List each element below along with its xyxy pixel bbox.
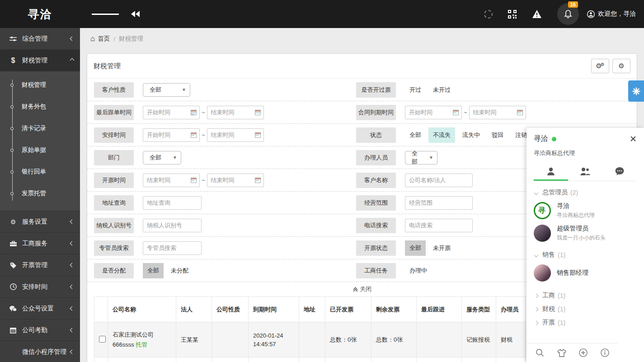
submenu-item-original-documents[interactable]: 原始单据 xyxy=(0,139,80,161)
supervisor-search-input[interactable] xyxy=(143,241,202,255)
chevron-left-icon xyxy=(70,263,75,268)
group-invoicing[interactable]: 开票 (1) xyxy=(534,316,637,329)
spinner-icon xyxy=(484,10,493,19)
invoice-start-date-input[interactable]: 结束时间 xyxy=(143,174,200,187)
app-logo[interactable]: 寻洽 xyxy=(0,7,80,22)
filter-label-taxpayer-id: 纳税人识别号 xyxy=(94,218,134,233)
customer-name-input[interactable] xyxy=(405,174,473,187)
sidebar-item-schedule[interactable]: 安排时间 xyxy=(0,276,80,298)
welcome-user[interactable]: 欢迎您，寻洽 xyxy=(587,10,636,18)
status-option-rejected[interactable]: 驳回 xyxy=(487,127,508,143)
option-invoiced-yes[interactable]: 开过 xyxy=(405,82,426,98)
online-status-dot xyxy=(552,137,556,141)
contract-start-date-input[interactable]: 开始时间 xyxy=(405,106,462,119)
taxpayer-id-input[interactable] xyxy=(143,219,202,232)
chevron-down-icon xyxy=(534,253,539,257)
status-option-not-lost[interactable]: 不流失 xyxy=(428,127,455,143)
business-scope-input[interactable] xyxy=(405,196,473,210)
status-option-all[interactable]: 全部 xyxy=(405,127,426,143)
invoice-status-option-not-invoiced[interactable]: 未开票 xyxy=(428,240,455,256)
submenu-item-bank-receipts[interactable]: 银行回单 xyxy=(0,161,80,183)
plus-circle-icon[interactable] xyxy=(579,348,588,357)
collapse-rewind-icon[interactable] xyxy=(131,11,140,17)
col-handler: 办理员 xyxy=(496,297,526,322)
search-icon[interactable] xyxy=(536,348,544,357)
caret-down-icon: ▼ xyxy=(166,155,177,160)
contact-sales-manager[interactable]: 销售部经理 xyxy=(534,262,637,284)
contact-xunqia[interactable]: 寻 寻洽寻洽商标总代理 xyxy=(534,199,637,222)
invoice-status-option-all[interactable]: 全部 xyxy=(405,240,426,256)
schedule-start-date-input[interactable]: 开始时间 xyxy=(143,128,200,142)
sidebar-toggle-icon[interactable] xyxy=(92,13,119,16)
sidebar-item-service-settings[interactable]: ⚙ 服务设置 xyxy=(0,211,80,233)
company-name-cell: 石家庄测试公司 666ssss 托管 xyxy=(108,322,176,357)
tilde-separator: ~ xyxy=(464,109,467,116)
sidebar-item-official-account[interactable]: 公众号设置 xyxy=(0,298,80,320)
qr-code-icon[interactable] xyxy=(508,10,517,19)
notifications-button[interactable]: 15 xyxy=(557,3,579,25)
contract-end-date-input[interactable]: 结束时间 xyxy=(469,106,526,119)
contact-super-admin[interactable]: 超级管理员我是一只小小的石头 xyxy=(534,222,637,244)
group-sales[interactable]: 销售 (1) xyxy=(534,248,637,262)
filter-label-customer-nature: 客户性质 xyxy=(94,82,134,98)
submenu-item-finance-outsourcing[interactable]: 财务外包 xyxy=(0,96,80,118)
submenu-item-invoice-hosting[interactable]: 发票托管 xyxy=(0,183,80,204)
shirt-icon[interactable] xyxy=(557,349,566,357)
gear-button[interactable]: ⚙ xyxy=(612,59,630,73)
group-count: (1) xyxy=(558,251,565,259)
tab-contacts[interactable] xyxy=(534,163,568,181)
row-checkbox[interactable] xyxy=(99,336,106,343)
col-legal-person: 法人 xyxy=(176,297,212,322)
option-invoiced-no[interactable]: 未开过 xyxy=(428,82,455,98)
quick-settings-float-button[interactable] xyxy=(628,80,644,102)
col-expire-time: 到期时间 xyxy=(249,297,299,322)
sidebar-item-invoicing[interactable]: 开票管理 xyxy=(0,254,80,276)
close-icon[interactable]: ✕ xyxy=(630,135,637,143)
col-remaining-invoices: 剩余发票 xyxy=(371,297,417,322)
breadcrumb-home[interactable]: 首页 xyxy=(98,35,110,43)
group-admins[interactable]: 总管理员 (2) xyxy=(534,186,637,199)
schedule-end-date-input[interactable]: 结束时间 xyxy=(207,128,264,142)
col-service-type: 服务类型 xyxy=(462,297,496,322)
warning-icon[interactable] xyxy=(532,9,542,19)
address-search-input[interactable] xyxy=(143,196,202,210)
handler-select[interactable]: 全部▼ xyxy=(405,151,437,165)
assigned-option-unassigned[interactable]: 未分配 xyxy=(166,263,193,278)
invoice-end-date-input[interactable]: 结束时间 xyxy=(207,174,264,187)
info-circle-icon[interactable] xyxy=(601,348,609,357)
follow-end-date-input[interactable]: 结束时间 xyxy=(207,106,264,119)
finance-tax-submenu: 财税管理 财务外包 清卡记录 原始单据 银行回单 发票托管 xyxy=(0,71,80,211)
sidebar-item-finance-tax[interactable]: $ 财税管理 xyxy=(0,50,80,71)
last-follow-cell xyxy=(417,322,462,357)
chevron-right-icon xyxy=(534,307,539,311)
sidebar-item-miniprogram[interactable]: 微信小程序管理 xyxy=(0,341,80,362)
submenu-item-card-clearing[interactable]: 清卡记录 xyxy=(0,118,80,139)
calendar-icon xyxy=(191,110,197,115)
contact-list: 总管理员 (2) 寻 寻洽寻洽商标总代理 超级管理员我是一只小小的石头 销售 (… xyxy=(526,181,644,343)
home-icon[interactable]: ⌂ xyxy=(90,34,95,43)
customer-nature-select[interactable]: 全部▼ xyxy=(143,83,190,97)
tab-groups[interactable] xyxy=(568,163,602,181)
assigned-option-all[interactable]: 全部 xyxy=(143,263,164,278)
tree-dot xyxy=(10,170,14,174)
dollar-icon: $ xyxy=(8,56,18,65)
address-cell xyxy=(299,322,325,357)
follow-start-date-input[interactable]: 开始时间 xyxy=(143,106,200,119)
group-finance[interactable]: 财税 (1) xyxy=(534,302,637,316)
department-select[interactable]: 全部▼ xyxy=(143,151,181,165)
tab-messages[interactable] xyxy=(602,163,637,181)
col-invoiced: 已开发票 xyxy=(325,297,371,322)
sidebar-item-attendance[interactable]: 公司考勤 xyxy=(0,320,80,341)
phone-search-input[interactable] xyxy=(405,219,473,232)
submenu-item-finance-tax[interactable]: 财税管理 xyxy=(0,74,80,96)
sidebar-item-general[interactable]: 综合管理 xyxy=(0,28,80,50)
group-business[interactable]: 工商 (1) xyxy=(534,289,637,302)
sidebar-item-business-services[interactable]: 工商服务 xyxy=(0,233,80,254)
calendar-icon xyxy=(191,132,197,138)
filter-label-department: 部门 xyxy=(94,150,134,165)
cogs-icon: ⚙ xyxy=(601,62,605,67)
business-task-option-processing[interactable]: 办理中 xyxy=(405,263,432,278)
cogs-button[interactable]: ⚙⚙ xyxy=(591,59,609,73)
filter-label-phone-search: 电话搜索 xyxy=(356,218,396,233)
status-option-losing[interactable]: 流失中 xyxy=(458,127,484,143)
